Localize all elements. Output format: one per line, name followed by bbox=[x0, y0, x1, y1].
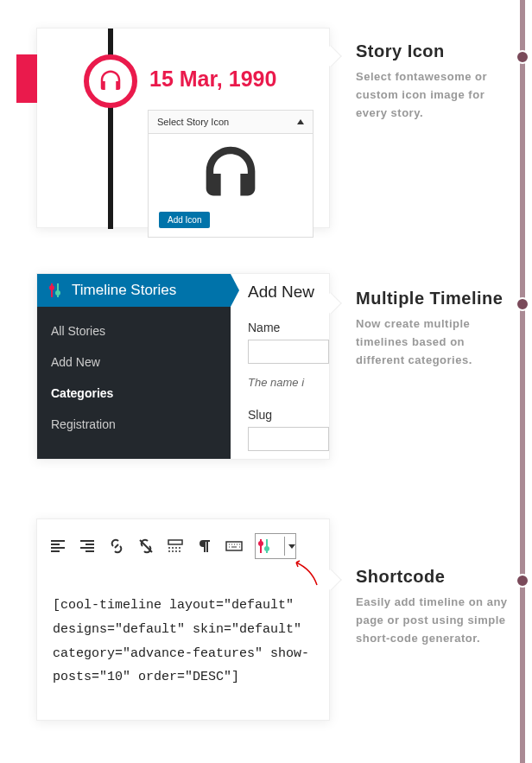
wp-sidebar: Timeline Stories All Stories Add New Cat… bbox=[37, 274, 231, 460]
section1-desc: Story Icon Select fontawesome or custom … bbox=[356, 41, 511, 122]
svg-rect-0 bbox=[168, 540, 182, 544]
section2-desc: Multiple Timeline Now create multiple ti… bbox=[356, 289, 511, 369]
headphones-icon bbox=[196, 144, 265, 203]
section-text: Easily add timeline on any page or post … bbox=[356, 594, 511, 647]
name-hint: The name i bbox=[248, 376, 330, 389]
panel-body: Add Icon bbox=[149, 134, 313, 237]
red-accent-tab bbox=[16, 54, 37, 103]
shortcode-card: [cool-timeline layout="default" designs=… bbox=[36, 518, 330, 721]
pointer-arrow-icon bbox=[288, 559, 322, 590]
story-icon-circle bbox=[84, 54, 137, 108]
timeline-shortcode-button[interactable] bbox=[255, 533, 296, 559]
collapse-icon bbox=[297, 119, 304, 124]
svg-rect-1 bbox=[226, 542, 242, 550]
panel-header-label: Select Story Icon bbox=[157, 117, 229, 127]
sidebar-header[interactable]: Timeline Stories bbox=[37, 274, 231, 307]
section-title: Multiple Timeline bbox=[356, 289, 511, 308]
icon-selector-panel: Select Story Icon Add Icon bbox=[148, 110, 314, 238]
name-label: Name bbox=[248, 321, 330, 334]
section-text: Now create multiple timelines based on d… bbox=[356, 315, 511, 369]
align-left-icon[interactable] bbox=[49, 537, 66, 555]
paragraph-icon[interactable] bbox=[196, 537, 213, 555]
sidebar-item-allstories[interactable]: All Stories bbox=[37, 315, 231, 347]
name-input[interactable] bbox=[248, 340, 329, 364]
shortcode-text: [cool-timeline layout="default" designs=… bbox=[53, 594, 315, 690]
panel-header[interactable]: Select Story Icon bbox=[149, 111, 313, 134]
sidebar-menu: All Stories Add New Categories Registrat… bbox=[37, 307, 231, 448]
editor-toolbar bbox=[49, 533, 296, 559]
link-icon[interactable] bbox=[108, 537, 125, 555]
sidebar-title: Timeline Stories bbox=[72, 282, 176, 299]
dropdown-icon bbox=[288, 544, 295, 549]
sidebar-item-categories[interactable]: Categories bbox=[37, 378, 231, 409]
align-right-icon[interactable] bbox=[79, 537, 96, 555]
timeline-dot bbox=[516, 297, 529, 311]
section-title: Shortcode bbox=[356, 567, 511, 587]
section-title: Story Icon bbox=[356, 41, 511, 61]
add-icon-button[interactable]: Add Icon bbox=[159, 212, 210, 228]
story-icon-card: 15 Mar, 1990 Select Story Icon Add Icon bbox=[36, 28, 330, 228]
headphones-icon bbox=[98, 68, 124, 94]
story-date: 15 Mar, 1990 bbox=[149, 67, 276, 92]
timeline-dot bbox=[516, 50, 529, 64]
timeline-plugin-icon bbox=[256, 538, 272, 554]
more-icon[interactable] bbox=[167, 537, 184, 555]
slug-label: Slug bbox=[248, 408, 330, 422]
keyboard-icon[interactable] bbox=[225, 537, 243, 555]
category-form: Add New Name The name i Slug bbox=[248, 274, 330, 460]
sidebar-item-registration[interactable]: Registration bbox=[37, 409, 231, 440]
form-heading: Add New bbox=[248, 283, 330, 302]
section3-desc: Shortcode Easily add timeline on any pag… bbox=[356, 567, 511, 647]
timeline-plugin-icon bbox=[48, 283, 63, 298]
timeline-dot bbox=[516, 574, 529, 588]
section-text: Select fontawesome or custom icon image … bbox=[356, 68, 511, 122]
slug-input[interactable] bbox=[248, 427, 329, 451]
multiple-timeline-card: Timeline Stories All Stories Add New Cat… bbox=[36, 273, 330, 460]
unlink-icon[interactable] bbox=[137, 537, 155, 555]
sidebar-item-addnew[interactable]: Add New bbox=[37, 347, 231, 378]
timeline-track bbox=[520, 0, 525, 763]
